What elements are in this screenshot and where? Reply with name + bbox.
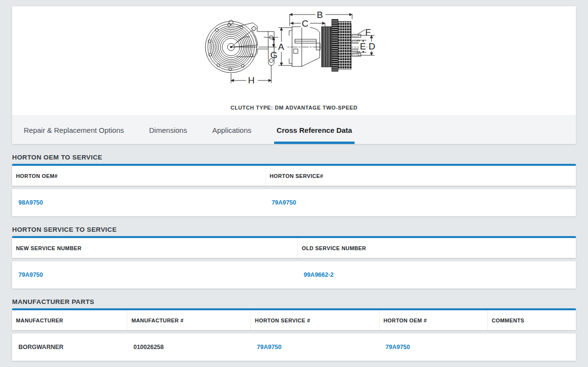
tab-dimensions[interactable]: Dimensions	[147, 116, 189, 144]
part-link[interactable]: 79A9750	[386, 344, 410, 351]
diagram-area: A B C D E F G H CLUTCH TYPE: DM ADVANTAG…	[12, 6, 576, 115]
column-header: HORTON SERVICE#	[265, 166, 576, 186]
section-title: HORTON SERVICE TO SERVICE	[12, 226, 576, 233]
dim-label-b: B	[317, 10, 323, 20]
part-link[interactable]: 79A9750	[272, 199, 296, 206]
column-header: MANUFACTURER #	[127, 310, 250, 330]
section-horton-service-to-service: HORTON SERVICE TO SERVICE NEW SERVICE NU…	[12, 226, 576, 288]
tab-bar: Repair & Replacement Options Dimensions …	[12, 115, 576, 144]
dim-label-h: H	[248, 75, 255, 85]
column-header: MANUFACTURER	[12, 310, 127, 330]
section-manufacturer-parts: MANUFACTURER PARTS MANUFACTURER MANUFACT…	[12, 298, 576, 361]
part-link[interactable]: 79A9750	[257, 344, 281, 351]
column-header: HORTON OEM#	[12, 166, 265, 186]
table-row: BORGWARNER 010026258 79A9750 79A9750	[12, 334, 576, 361]
table-header-row: MANUFACTURER MANUFACTURER # HORTON SERVI…	[12, 308, 576, 330]
part-link[interactable]: 79A9750	[18, 271, 43, 278]
section-title: MANUFACTURER PARTS	[12, 298, 576, 305]
dim-label-c: C	[302, 18, 309, 29]
dim-label-f: F	[365, 27, 371, 37]
section-horton-oem-to-service: HORTON OEM TO SERVICE HORTON OEM# HORTON…	[12, 154, 576, 216]
dim-label-e: E	[360, 41, 366, 51]
cell-text: 010026258	[133, 344, 164, 351]
dim-label-a: A	[278, 42, 284, 52]
dim-label-d: D	[369, 41, 375, 51]
tab-repair-replacement-options[interactable]: Repair & Replacement Options	[21, 116, 126, 144]
part-link[interactable]: 99A9662-2	[304, 271, 334, 278]
table-row: 98A9750 79A9750	[12, 189, 576, 216]
cross-reference-content: HORTON OEM TO SERVICE HORTON OEM# HORTON…	[0, 154, 588, 367]
clutch-diagram: A B C D E F G H	[12, 6, 575, 98]
column-header: HORTON OEM #	[379, 310, 487, 330]
table-header-row: HORTON OEM# HORTON SERVICE#	[12, 164, 576, 186]
tab-applications[interactable]: Applications	[210, 116, 254, 144]
table-header-row: NEW SERVICE NUMBER OLD SERVICE NUMBER	[12, 236, 576, 258]
cell-text: BORGWARNER	[18, 344, 63, 351]
clutch-type-caption: CLUTCH TYPE: DM ADVANTAGE TWO-SPEED	[12, 104, 576, 111]
column-header: COMMENTS	[487, 310, 576, 330]
column-header: OLD SERVICE NUMBER	[297, 238, 576, 258]
tab-cross-reference-data[interactable]: Cross Reference Data	[274, 116, 355, 144]
column-header: HORTON SERVICE #	[250, 310, 379, 330]
part-link[interactable]: 98A9750	[18, 199, 43, 206]
product-card: A B C D E F G H CLUTCH TYPE: DM ADVANTAG…	[12, 6, 576, 144]
dim-label-g: G	[270, 50, 278, 60]
column-header: NEW SERVICE NUMBER	[12, 238, 297, 258]
table-row: 79A9750 99A9662-2	[12, 261, 576, 288]
section-title: HORTON OEM TO SERVICE	[12, 154, 576, 161]
